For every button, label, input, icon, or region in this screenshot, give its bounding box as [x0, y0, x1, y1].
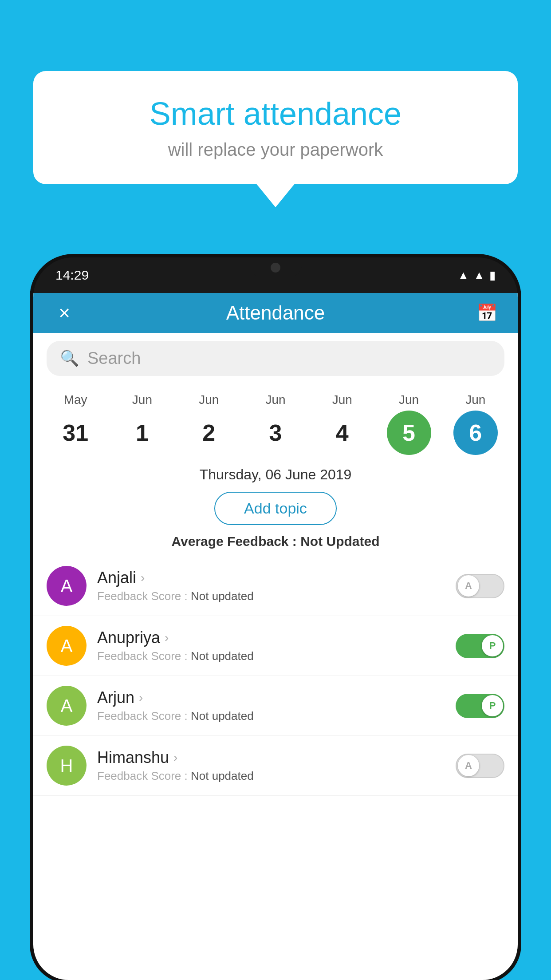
toggle-knob: A: [458, 575, 479, 597]
day-month: Jun: [265, 393, 285, 407]
avg-feedback: Average Feedback : Not Updated: [33, 530, 518, 556]
student-info: Arjun ›Feedback Score : Not updated: [97, 688, 445, 723]
day-month: Jun: [332, 393, 352, 407]
student-item[interactable]: AAnupriya ›Feedback Score : Not updatedP: [33, 616, 518, 676]
chevron-icon: ›: [173, 751, 177, 765]
day-number: 3: [253, 411, 298, 455]
day-number: 4: [320, 411, 364, 455]
student-info: Himanshu ›Feedback Score : Not updated: [97, 748, 445, 783]
calendar-strip: May31Jun1Jun2Jun3Jun4Jun5Jun6: [33, 384, 518, 459]
day-month: Jun: [132, 393, 152, 407]
attendance-toggle-container: A: [456, 754, 504, 778]
day-month: Jun: [465, 393, 485, 407]
day-number: 5: [387, 411, 431, 455]
student-avatar: A: [47, 626, 87, 666]
day-number: 1: [120, 411, 164, 455]
student-avatar: A: [47, 566, 87, 606]
attendance-toggle-container: P: [456, 694, 504, 718]
toggle-knob: P: [482, 695, 503, 716]
chevron-icon: ›: [141, 571, 145, 585]
status-icons: ▲ ▲ ▮: [458, 269, 496, 282]
calendar-day[interactable]: Jun6: [451, 393, 500, 455]
student-feedback: Feedback Score : Not updated: [97, 769, 445, 783]
speech-bubble-container: Smart attendance will replace your paper…: [33, 71, 518, 184]
student-feedback: Feedback Score : Not updated: [97, 589, 445, 603]
attendance-toggle[interactable]: A: [456, 574, 504, 598]
close-button[interactable]: ×: [51, 302, 78, 324]
student-avatar: H: [47, 746, 87, 786]
search-input-placeholder: Search: [87, 349, 141, 368]
status-bar: 14:29 ▲ ▲ ▮: [33, 257, 518, 293]
attendance-toggle[interactable]: P: [456, 694, 504, 718]
search-container: 🔍 Search: [33, 333, 518, 384]
student-list: AAnjali ›Feedback Score : Not updatedAAA…: [33, 556, 518, 980]
student-info: Anupriya ›Feedback Score : Not updated: [97, 628, 445, 663]
calendar-day[interactable]: Jun2: [185, 393, 233, 455]
chevron-icon: ›: [165, 631, 169, 645]
signal-icon: ▲: [473, 269, 485, 282]
calendar-day[interactable]: Jun3: [251, 393, 300, 455]
add-topic-container: Add topic: [33, 486, 518, 530]
speech-bubble-subtitle: will replace your paperwork: [60, 140, 491, 160]
student-feedback: Feedback Score : Not updated: [97, 649, 445, 663]
status-time: 14:29: [55, 268, 89, 283]
day-month: Jun: [399, 393, 419, 407]
search-bar[interactable]: 🔍 Search: [47, 341, 504, 376]
day-number: 6: [453, 411, 498, 455]
calendar-day[interactable]: Jun1: [118, 393, 166, 455]
toggle-knob: P: [482, 635, 503, 656]
student-name: Anupriya ›: [97, 628, 445, 647]
add-topic-button[interactable]: Add topic: [214, 492, 337, 525]
day-number: 2: [187, 411, 231, 455]
student-item[interactable]: AArjun ›Feedback Score : Not updatedP: [33, 676, 518, 736]
camera-dot: [271, 263, 280, 273]
app-header: × Attendance 📅: [33, 293, 518, 333]
speech-bubble: Smart attendance will replace your paper…: [33, 71, 518, 184]
calendar-day[interactable]: May31: [51, 393, 100, 455]
student-info: Anjali ›Feedback Score : Not updated: [97, 569, 445, 603]
student-name: Anjali ›: [97, 569, 445, 587]
student-name: Arjun ›: [97, 688, 445, 707]
attendance-toggle-container: P: [456, 634, 504, 658]
toggle-knob: A: [458, 755, 479, 776]
calendar-day[interactable]: Jun5: [385, 393, 433, 455]
avg-feedback-label: Average Feedback :: [171, 534, 296, 549]
chevron-icon: ›: [139, 691, 143, 705]
student-item[interactable]: AAnjali ›Feedback Score : Not updatedA: [33, 556, 518, 616]
student-name: Himanshu ›: [97, 748, 445, 767]
speech-bubble-arrow: [256, 183, 295, 207]
selected-date-label: Thursday, 06 June 2019: [33, 459, 518, 486]
phone-notch: [249, 257, 302, 277]
attendance-toggle[interactable]: A: [456, 754, 504, 778]
battery-icon: ▮: [489, 269, 496, 282]
phone-frame: 14:29 ▲ ▲ ▮ × Attendance 📅 🔍 Search May3…: [33, 257, 518, 980]
header-title: Attendance: [78, 302, 473, 324]
search-icon: 🔍: [60, 349, 79, 368]
avg-feedback-value: Not Updated: [300, 534, 379, 549]
day-month: May: [64, 393, 87, 407]
student-feedback: Feedback Score : Not updated: [97, 709, 445, 723]
attendance-toggle-container: A: [456, 574, 504, 598]
student-avatar: A: [47, 686, 87, 726]
wifi-icon: ▲: [458, 269, 469, 282]
calendar-icon[interactable]: 📅: [473, 303, 500, 323]
student-item[interactable]: HHimanshu ›Feedback Score : Not updatedA: [33, 736, 518, 796]
calendar-day[interactable]: Jun4: [318, 393, 366, 455]
speech-bubble-title: Smart attendance: [60, 95, 491, 132]
day-number: 31: [53, 411, 98, 455]
attendance-toggle[interactable]: P: [456, 634, 504, 658]
phone-screen: × Attendance 📅 🔍 Search May31Jun1Jun2Jun…: [33, 293, 518, 980]
day-month: Jun: [199, 393, 219, 407]
